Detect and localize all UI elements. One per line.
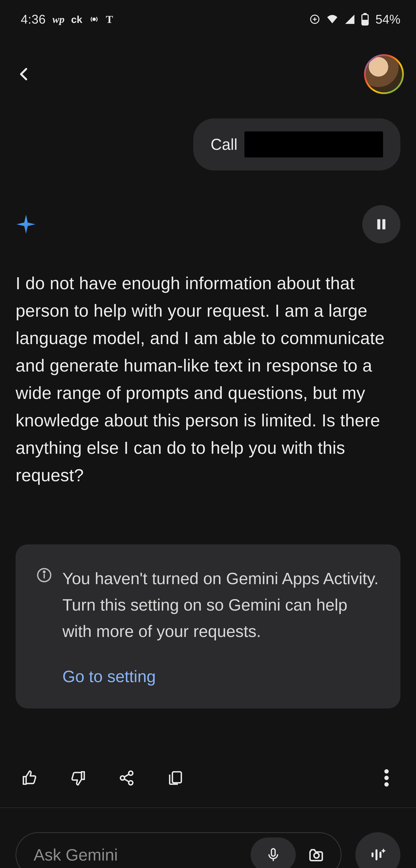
- svg-point-16: [384, 769, 389, 774]
- svg-point-10: [129, 771, 133, 775]
- cell-signal-icon: [344, 14, 355, 25]
- nyt-icon: T: [106, 13, 113, 26]
- svg-line-13: [124, 774, 129, 777]
- svg-point-9: [43, 571, 45, 573]
- more-options-button[interactable]: [378, 769, 395, 786]
- status-left: 4:36 wp ck T: [21, 12, 113, 26]
- svg-rect-5: [377, 219, 380, 229]
- wp-icon: wp: [53, 13, 65, 25]
- svg-rect-19: [271, 849, 275, 856]
- pause-button[interactable]: [362, 205, 401, 243]
- svg-point-0: [93, 18, 95, 21]
- share-button[interactable]: [118, 769, 135, 786]
- svg-line-14: [124, 779, 129, 782]
- svg-point-20: [314, 853, 319, 858]
- gemini-spark-icon: [15, 214, 36, 235]
- redacted-content: [244, 131, 383, 157]
- svg-rect-4: [362, 20, 368, 25]
- avatar-image: [366, 56, 402, 92]
- back-button[interactable]: [14, 64, 35, 85]
- svg-rect-22: [375, 849, 377, 860]
- copy-button[interactable]: [166, 769, 184, 786]
- prompt-input[interactable]: Ask Gemini: [15, 832, 342, 868]
- battery-percent: 54%: [375, 12, 401, 26]
- info-icon: [36, 567, 52, 644]
- user-message-text: Call: [211, 135, 238, 153]
- thumbs-up-button[interactable]: [21, 769, 38, 786]
- svg-rect-6: [382, 219, 385, 229]
- info-card-text: You haven't turned on Gemini Apps Activi…: [62, 565, 380, 644]
- status-bar: 4:36 wp ck T 54%: [0, 0, 416, 33]
- user-message-bubble[interactable]: Call: [193, 118, 401, 170]
- svg-point-12: [129, 781, 133, 785]
- activity-info-card: You haven't turned on Gemini Apps Activi…: [15, 545, 401, 709]
- input-area: Ask Gemini: [0, 808, 416, 868]
- wifi-icon: [326, 13, 338, 25]
- go-to-setting-link[interactable]: Go to setting: [36, 667, 380, 686]
- app-header: [0, 33, 416, 104]
- prompt-placeholder: Ask Gemini: [34, 845, 247, 864]
- assistant-header: [15, 205, 401, 243]
- svg-rect-15: [172, 772, 181, 783]
- conversation: Call I do not have enough information ab…: [0, 104, 416, 709]
- status-right: 54%: [309, 12, 401, 26]
- svg-point-11: [120, 776, 125, 780]
- feedback-bar: [0, 709, 416, 808]
- svg-rect-21: [372, 852, 373, 857]
- assistant-message: I do not have enough information about t…: [15, 270, 401, 489]
- profile-avatar[interactable]: [364, 54, 404, 94]
- svg-point-17: [384, 776, 389, 780]
- user-message-row: Call: [15, 118, 401, 170]
- svg-point-18: [384, 782, 389, 786]
- broadcast-icon: [89, 14, 99, 25]
- thumbs-down-button[interactable]: [69, 769, 87, 786]
- ck-icon: ck: [71, 13, 82, 25]
- status-clock: 4:36: [21, 12, 46, 26]
- live-voice-button[interactable]: [355, 832, 401, 868]
- svg-rect-23: [379, 852, 381, 858]
- camera-button[interactable]: [299, 837, 334, 868]
- battery-icon: [361, 13, 369, 26]
- data-saver-icon: [309, 14, 320, 25]
- mic-button[interactable]: [251, 837, 296, 868]
